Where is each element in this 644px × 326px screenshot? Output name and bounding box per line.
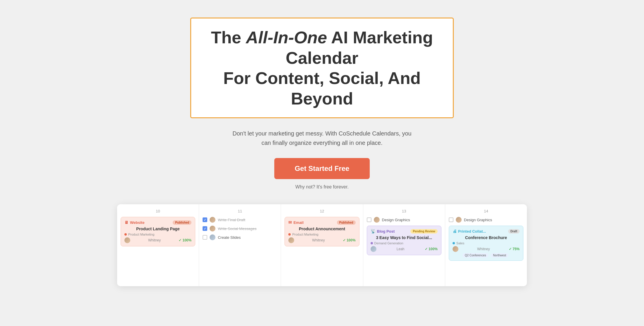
day-col-13: 13 Design Graphics 📡 Blog Post Pending R… [363,204,445,286]
calendar-preview: 10 🖥 Website Published Product Landing P… [117,204,527,286]
card-category-email: Product Marketing [288,233,355,236]
card-category: Product Marketing [124,233,191,236]
card-title: Product Landing Page [124,227,191,231]
checkbox-1[interactable] [203,217,207,222]
category-label-printed: Sales [456,241,465,245]
avatar-blog [371,246,376,252]
free-text: Why not? It's free forever. [295,184,349,190]
calendar-grid: 10 🖥 Website Published Product Landing P… [117,204,527,286]
assignee: Whitney [148,238,161,242]
headline-line2: For Content, Social, And Beyond [223,68,421,108]
card-type-printed: 🖨 Printed Collat... [453,229,486,234]
card-header-printed: 🖨 Printed Collat... Draft [453,229,520,234]
design-task-label-14: Design Graphics [464,218,492,222]
checklist-item-1: Write Final Draft [203,217,277,223]
subtitle: Don't let your marketing get messy. With… [231,129,413,147]
card-footer-blog: Leah ✓ 100% [371,246,438,252]
published-badge: Published [173,220,191,225]
assignee-blog: Leah [397,247,405,251]
design-task-label-13: Design Graphics [382,218,410,222]
checklist-text-3: Create Slides [218,235,241,240]
card-category-blog: Demand Generation [371,241,438,245]
card-title-blog: 3 Easy Ways to Find Social... [371,235,438,240]
day-number-12: 12 [285,209,359,213]
card-type-blog: 📡 Blog Post [371,229,395,234]
headline-italic: All-In-One [246,28,327,47]
assignee-printed: Whitney [477,247,490,251]
published-badge-email: Published [337,220,356,225]
avatar-printed [453,246,458,252]
card-email[interactable]: ✉ Email Published Product Announcement P… [285,217,359,246]
category-dot-blog [371,242,373,244]
card-type-label-blog: Blog Post [377,229,395,234]
day-col-12: 12 ✉ Email Published Product Announcemen… [281,204,363,286]
day-col-11: 11 Write Final Draft Write Social Messag… [199,204,281,286]
progress-printed: ✓ 75% [509,247,520,251]
card-title-email: Product Announcement [288,227,355,231]
checkbox-design-14[interactable] [449,217,453,222]
website-icon: 🖥 [124,220,129,225]
card-type-label-printed: Printed Collat... [458,229,486,234]
headline-part1: The [211,28,246,47]
tag-q2: Q2 Conferences [463,253,489,258]
progress-email: ✓ 100% [343,238,356,242]
card-type-email: ✉ Email [288,220,304,225]
headline: The All-In-One AI Marketing Calendar For… [206,27,438,109]
hero-section: The All-In-One AI Marketing Calendar For… [0,0,644,298]
checklist-text-2: Write Social Messages [218,227,256,231]
card-title-printed: Conference Brochure [453,235,520,240]
email-icon: ✉ [288,220,292,225]
design-task-13: Design Graphics [367,217,441,223]
checklist-item-2: Write Social Messages [203,226,277,231]
card-type-label: Website [130,220,145,225]
card-type-website: 🖥 Website [124,220,145,225]
card-blog[interactable]: 📡 Blog Post Pending Review 3 Easy Ways t… [367,226,441,255]
get-started-button[interactable]: Get Started Free [274,158,370,179]
card-header: 🖥 Website Published [124,220,191,225]
avatar-design-13 [374,217,380,223]
card-header-blog: 📡 Blog Post Pending Review [371,229,438,234]
checklist-text-1: Write Final Draft [218,218,245,222]
category-dot-email [288,233,291,236]
card-footer: Whitney ✓ 100% [124,237,191,243]
card-header: ✉ Email Published [288,220,355,225]
checklist-item-3: Create Slides [203,234,277,240]
category-label: Product Marketing [128,233,154,236]
day-col-14: 14 Design Graphics 🖨 Printed Collat... D… [445,204,527,286]
design-task-14: Design Graphics [449,217,523,223]
card-category-printed: Sales [453,241,520,245]
day-number-11: 11 [203,209,277,213]
day-number-14: 14 [449,209,523,213]
pending-badge: Pending Review [410,229,438,234]
checkbox-design-13[interactable] [367,217,371,222]
print-icon: 🖨 [453,229,457,234]
avatar [124,237,130,243]
card-website[interactable]: 🖥 Website Published Product Landing Page… [121,217,195,246]
avatar [210,217,215,223]
tag-container: Q2 Conferences Northwest [453,252,520,258]
category-label-email: Product Marketing [292,233,318,236]
card-footer-printed: Whitney ✓ 75% [453,246,520,252]
avatar-design-14 [456,217,462,223]
day-number-10: 10 [121,209,195,213]
progress-blog: ✓ 100% [425,247,438,251]
assignee-email: Whitney [312,238,325,242]
category-label-blog: Demand Generation [374,241,403,245]
category-dot [124,233,127,236]
avatar-2 [210,226,215,231]
progress: ✓ 100% [179,238,191,242]
day-number-13: 13 [367,209,441,213]
draft-badge: Draft [508,229,520,234]
card-type-label-email: Email [293,220,304,225]
avatar-3 [210,234,215,240]
day-col-10: 10 🖥 Website Published Product Landing P… [117,204,199,286]
avatar-email [288,237,294,243]
blog-icon: 📡 [371,229,376,234]
tag-northwest: Northwest [491,253,508,258]
card-printed[interactable]: 🖨 Printed Collat... Draft Conference Bro… [449,226,523,261]
headline-box: The All-In-One AI Marketing Calendar For… [190,18,454,118]
checkbox-3[interactable] [203,235,207,240]
card-footer-email: Whitney ✓ 100% [288,237,355,243]
category-dot-printed [453,242,455,244]
checkbox-2[interactable] [203,226,207,231]
